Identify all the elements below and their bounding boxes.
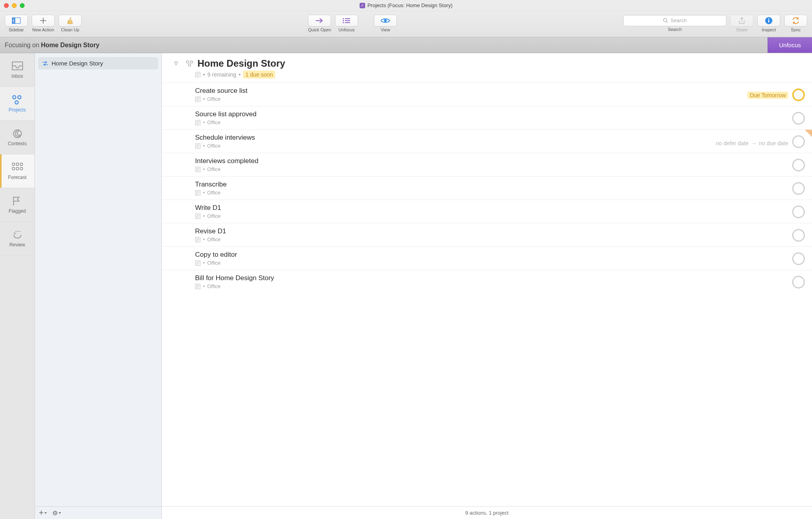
task-due-badge: Due Tomorrow [747,92,788,99]
note-icon[interactable] [195,237,201,242]
svg-point-16 [15,101,18,104]
svg-point-28 [188,64,191,66]
svg-rect-20 [20,163,23,165]
svg-point-15 [18,96,21,99]
new-action-label: New Action [32,27,54,32]
gear-button[interactable] [52,510,61,516]
task-context: Office [207,260,221,266]
note-icon[interactable] [195,167,201,172]
task-row[interactable]: Transcribe•Office [162,176,812,200]
note-icon[interactable] [195,260,201,266]
status-circle[interactable] [792,229,805,242]
rail-contexts[interactable]: Contexts [0,121,34,154]
task-meta: •Office [195,283,802,289]
task-meta: •Office [195,143,802,149]
search-input[interactable]: Search [623,15,726,26]
app-icon: ✓ [360,3,365,8]
task-row[interactable]: Write D1•Office [162,200,812,223]
rail-inbox[interactable]: Inbox [0,53,34,87]
inspect-button[interactable] [757,15,780,27]
task-row[interactable]: Copy to editor•Office [162,246,812,270]
svg-rect-1 [12,17,15,23]
zoom-window-button[interactable] [20,3,25,8]
status-circle[interactable] [792,276,805,288]
sidebar-toggle-button[interactable] [5,15,28,27]
svg-rect-21 [12,167,15,170]
rail-projects[interactable]: Projects [0,87,34,121]
status-circle[interactable] [792,88,805,101]
task-row[interactable]: Source list approved•Office [162,106,812,129]
unfocus-toolbar-button[interactable] [335,15,358,27]
status-circle[interactable] [792,135,805,148]
svg-point-12 [768,18,770,19]
task-meta: •Office [195,213,802,219]
clean-up-button[interactable] [59,15,82,27]
review-icon [11,230,23,240]
task-row[interactable]: Create source list•OfficeDue Tomorrow [162,83,812,106]
rail-flagged[interactable]: Flagged [0,188,34,222]
rail-item-label: Review [10,242,25,248]
task-title: Revise D1 [195,227,802,235]
share-button[interactable] [730,15,753,27]
status-circle[interactable] [792,206,805,218]
close-window-button[interactable] [4,3,9,8]
unfocus-button[interactable]: Unfocus [768,37,812,53]
inspect-label: Inspect [762,27,776,32]
note-icon[interactable] [195,190,201,196]
status-circle[interactable] [792,182,805,195]
disclosure-triangle-icon[interactable] [174,61,182,66]
note-icon[interactable] [195,120,201,125]
sidebar: Home Design Story [35,53,162,519]
share-label: Share [736,27,747,32]
status-circle[interactable] [792,159,805,171]
svg-line-10 [666,21,668,23]
svg-point-8 [384,19,387,21]
task-context: Office [207,166,221,172]
svg-rect-22 [16,167,19,170]
detail-title: Home Design Story [197,58,285,69]
task-row[interactable]: Interviews completed•Office [162,153,812,176]
svg-point-4 [343,22,344,23]
task-context: Office [207,236,221,242]
toolbar: Sidebar New Action Clean Up Quick Open [0,11,812,37]
task-title: Write D1 [195,204,802,212]
sidebar-project-row[interactable]: Home Design Story [38,57,158,69]
task-title: Source list approved [195,110,802,118]
rail-review[interactable]: Review [0,222,34,256]
svg-point-26 [186,61,189,63]
task-row[interactable]: Schedule interviews•Officeno defer date→… [162,129,812,153]
status-circle[interactable] [792,252,805,265]
task-context: Office [207,119,221,125]
quick-open-icon [315,18,324,23]
sidebar-toggle-label: Sidebar [9,27,24,32]
quick-open-button[interactable] [308,15,331,27]
window-title: Projects (Focus: Home Design Story) [368,2,453,8]
svg-point-25 [54,512,56,513]
new-action-button[interactable] [32,15,55,27]
task-row[interactable]: Bill for Home Design Story•Office [162,270,812,293]
rail-forecast[interactable]: Forecast [0,154,34,188]
status-circle[interactable] [792,112,805,125]
status-bar: 9 actions, 1 project [162,506,812,519]
status-text: 9 actions, 1 project [465,510,508,516]
note-icon[interactable] [195,213,201,219]
task-date-info: no defer date→no due date [716,140,788,146]
note-icon[interactable] [195,96,201,102]
note-icon[interactable] [195,143,201,149]
sync-button[interactable] [784,15,807,27]
task-context: Office [207,96,221,102]
due-soon-badge: 1 due soon [243,71,275,79]
view-button[interactable] [374,15,397,27]
task-title: Schedule interviews [195,134,802,142]
sequential-project-icon [42,61,48,66]
minimize-window-button[interactable] [12,3,17,8]
note-icon[interactable] [195,72,201,77]
sidebar-project-label: Home Design Story [52,60,103,67]
task-meta: •Office [195,119,802,125]
task-row[interactable]: Revise D1•Office [162,223,812,246]
unfocus-toolbar-label: Unfocus [339,27,354,32]
note-icon[interactable] [195,284,201,289]
add-button[interactable] [39,510,47,516]
sync-label: Sync [791,27,801,32]
contexts-icon [11,129,23,139]
